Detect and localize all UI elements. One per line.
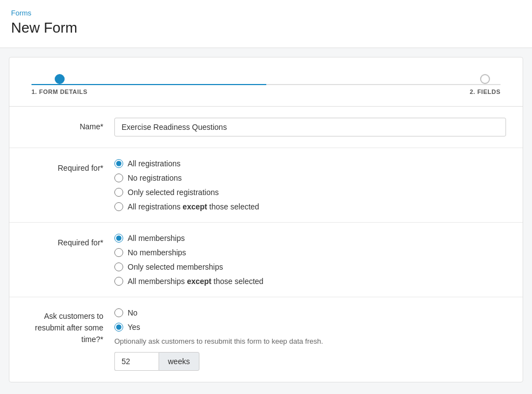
radio-resubmit-yes[interactable]: Yes <box>114 323 506 332</box>
radio-no-memberships-input[interactable] <box>114 248 123 257</box>
page-title: New Form <box>11 19 521 36</box>
step-dot-2 <box>480 74 490 84</box>
radio-except-memberships-label: All memberships except those selected <box>128 277 264 286</box>
resubmit-radio-group: No Yes <box>114 308 506 332</box>
radio-except-registrations[interactable]: All registrations except those selected <box>114 202 506 211</box>
required-memberships-field: All memberships No memberships Only sele… <box>114 234 506 286</box>
radio-all-memberships-label: All memberships <box>128 234 185 243</box>
step-dot-1 <box>55 74 65 84</box>
radio-all-registrations[interactable]: All registrations <box>114 159 506 168</box>
form-body: Name* Required for* All registrations No… <box>9 107 523 382</box>
radio-all-registrations-input[interactable] <box>114 159 123 168</box>
resubmit-label: Ask customers to resubmit after some tim… <box>26 308 114 345</box>
radio-no-memberships-label: No memberships <box>128 248 186 257</box>
radio-resubmit-yes-label: Yes <box>128 323 140 332</box>
radio-selected-registrations[interactable]: Only selected registrations <box>114 188 506 197</box>
radio-no-memberships[interactable]: No memberships <box>114 248 506 257</box>
radio-except-registrations-label: All registrations except those selected <box>128 202 259 211</box>
radio-selected-memberships-input[interactable] <box>114 262 123 271</box>
radio-selected-registrations-input[interactable] <box>114 188 123 197</box>
radio-resubmit-no[interactable]: No <box>114 308 506 317</box>
radio-selected-memberships[interactable]: Only selected memberships <box>114 262 506 271</box>
radio-except-registrations-input[interactable] <box>114 202 123 211</box>
resubmit-row: Ask customers to resubmit after some tim… <box>9 297 523 382</box>
radio-all-memberships[interactable]: All memberships <box>114 234 506 243</box>
resubmit-weeks-input[interactable] <box>114 352 159 371</box>
radio-except-memberships-input[interactable] <box>114 277 123 286</box>
required-registrations-radio-group: All registrations No registrations Only … <box>114 159 506 211</box>
step-label-2: 2. Fields <box>470 88 501 95</box>
radio-no-registrations-input[interactable] <box>114 174 123 182</box>
name-input[interactable] <box>114 118 506 136</box>
stepper: 1. Form Details 2. Fields <box>9 57 523 107</box>
radio-resubmit-yes-input[interactable] <box>114 323 123 332</box>
resubmit-hint: Optionally ask customers to resubmit thi… <box>114 337 506 345</box>
radio-except-memberships[interactable]: All memberships except those selected <box>114 277 506 286</box>
main-content: 1. Form Details 2. Fields Name* Required… <box>9 57 523 382</box>
resubmit-weeks-unit: weeks <box>159 352 199 371</box>
name-field <box>114 118 506 136</box>
required-registrations-field: All registrations No registrations Only … <box>114 159 506 211</box>
page-header: Forms New Form <box>0 0 532 48</box>
radio-no-registrations-label: No registrations <box>128 174 182 182</box>
radio-resubmit-no-input[interactable] <box>114 308 123 317</box>
radio-selected-memberships-label: Only selected memberships <box>128 262 223 271</box>
step-label-1: 1. Form Details <box>31 88 87 95</box>
required-memberships-radio-group: All memberships No memberships Only sele… <box>114 234 506 286</box>
required-memberships-row: Required for* All memberships No members… <box>9 223 523 297</box>
radio-all-registrations-label: All registrations <box>128 159 181 168</box>
stepper-step-1[interactable]: 1. Form Details <box>31 74 87 95</box>
resubmit-field: No Yes Optionally ask customers to resub… <box>114 308 506 371</box>
name-label: Name* <box>26 118 114 131</box>
required-memberships-label: Required for* <box>26 234 114 247</box>
radio-selected-registrations-label: Only selected registrations <box>128 188 219 197</box>
stepper-steps: 1. Form Details 2. Fields <box>31 74 501 95</box>
name-row: Name* <box>9 107 523 148</box>
breadcrumb[interactable]: Forms <box>11 9 521 17</box>
radio-no-registrations[interactable]: No registrations <box>114 174 506 182</box>
required-registrations-label: Required for* <box>26 159 114 172</box>
resubmit-weeks-group: weeks <box>114 352 506 371</box>
radio-resubmit-no-label: No <box>128 308 138 317</box>
required-registrations-row: Required for* All registrations No regis… <box>9 148 523 223</box>
stepper-step-2[interactable]: 2. Fields <box>470 74 501 95</box>
radio-all-memberships-input[interactable] <box>114 234 123 243</box>
